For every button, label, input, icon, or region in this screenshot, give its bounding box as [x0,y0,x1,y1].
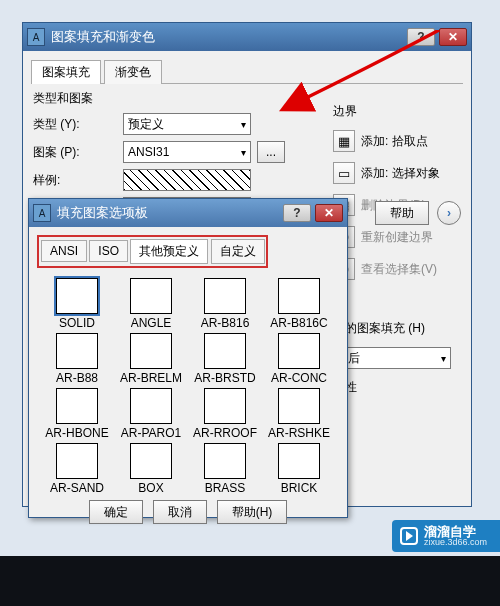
type-select-value: 预定义 [128,116,164,133]
draw-order-select[interactable]: 之后 ▾ [331,347,451,369]
tab-gradient[interactable]: 渐变色 [104,60,162,84]
opt-recreate-label: 重新创建边界 [361,229,433,246]
opt-recreate-boundary: ↻ 重新创建边界 [333,226,483,248]
tab-iso[interactable]: ISO [89,240,128,262]
boundary-section: 边界 ▦ 添加: 拾取点 ▭ 添加: 选择对象 ▨ 删除边界(D) ↻ 重新创建… [333,101,483,406]
pattern-thumb [56,388,98,424]
pattern-name: AR-B816C [270,316,327,327]
chevron-down-icon: ▾ [241,119,246,130]
pattern-thumb [278,333,320,369]
pattern-thumb [130,443,172,479]
pattern-select[interactable]: ANSI31 ▾ [123,141,251,163]
app-icon: A [27,28,45,46]
tab-ansi[interactable]: ANSI [41,240,87,262]
opt-pick-points[interactable]: ▦ 添加: 拾取点 [333,130,483,152]
app-background-bar [0,556,500,606]
cancel-button[interactable]: 取消 [153,500,207,524]
pattern-name: ANGLE [131,316,172,327]
watermark-site: zixue.3d66.com [424,538,487,547]
app-icon: A [33,204,51,222]
sample-swatch[interactable] [123,169,251,191]
pattern-item[interactable]: AR-BRSTD [190,333,260,382]
pattern-thumb [278,443,320,479]
boundary-title: 边界 [333,103,483,120]
label-type: 类型 (Y): [33,116,123,133]
pattern-thumb [204,333,246,369]
expand-button[interactable]: › [437,201,461,225]
pattern-thumb [204,388,246,424]
pattern-thumb [130,278,172,314]
pattern-name: AR-HBONE [45,426,108,437]
pattern-item[interactable]: BOX [116,443,186,492]
pattern-item[interactable]: AR-B816 [190,278,260,327]
pattern-thumb [130,333,172,369]
pattern-item[interactable]: AR-B88 [42,333,112,382]
palette-titlebar[interactable]: A 填充图案选项板 ? ✕ [29,199,347,227]
pattern-item[interactable]: AR-B816C [264,278,334,327]
pattern-item[interactable]: AR-SAND [42,443,112,492]
pattern-name: AR-B88 [56,371,98,382]
pattern-thumb [204,443,246,479]
palette-title: 填充图案选项板 [57,204,279,222]
pattern-name: AR-CONC [271,371,327,382]
pattern-item[interactable]: AR-PARQ1 [116,388,186,437]
tab-custom[interactable]: 自定义 [211,239,265,264]
pattern-item[interactable]: BRASS [190,443,260,492]
opt-select-objects[interactable]: ▭ 添加: 选择对象 [333,162,483,184]
pattern-item[interactable]: AR-RSHKE [264,388,334,437]
select-object-icon: ▭ [333,162,355,184]
label-pattern: 图案 (P): [33,144,123,161]
pattern-select-value: ANSI31 [128,145,169,159]
pattern-item[interactable]: ANGLE [116,278,186,327]
pattern-thumb [278,278,320,314]
pattern-item[interactable]: SOLID [42,278,112,327]
chevron-down-icon: ▾ [441,353,446,364]
hatch-palette-dialog: A 填充图案选项板 ? ✕ ANSI ISO 其他预定义 自定义 SOLIDAN… [28,198,348,518]
pattern-item[interactable]: AR-BRELM [116,333,186,382]
opt-view-selection: Q 查看选择集(V) [333,258,483,280]
pattern-thumb [278,388,320,424]
pattern-name: AR-RSHKE [268,426,330,437]
help-button[interactable]: ? [407,28,435,46]
opt-pick-label: 添加: 拾取点 [361,133,428,150]
palette-tabs: ANSI ISO 其他预定义 自定义 [37,235,268,268]
type-select[interactable]: 预定义 ▾ [123,113,251,135]
pattern-thumb [56,443,98,479]
help-button-main[interactable]: 帮助 [375,201,429,225]
pattern-name: BOX [138,481,163,492]
opt-select-label: 添加: 选择对象 [361,165,440,182]
pattern-name: AR-RROOF [193,426,257,437]
pattern-name: SOLID [59,316,95,327]
pattern-name: AR-BRSTD [194,371,255,382]
inherit-props[interactable]: 特性 [333,379,483,396]
tab-hatch[interactable]: 图案填充 [31,60,101,84]
pattern-browse-button[interactable]: ... [257,141,285,163]
main-title: 图案填充和渐变色 [51,28,403,46]
pattern-grid: SOLIDANGLEAR-B816AR-B816CAR-B88AR-BRELMA… [37,278,339,492]
pattern-name: BRASS [205,481,246,492]
pattern-thumb [204,278,246,314]
palette-help-btn[interactable]: 帮助(H) [217,500,288,524]
tab-other-predef[interactable]: 其他预定义 [130,239,208,264]
pattern-item[interactable]: AR-HBONE [42,388,112,437]
pattern-name: AR-B816 [201,316,250,327]
pattern-item[interactable]: AR-CONC [264,333,334,382]
pattern-thumb [56,333,98,369]
play-icon [400,527,418,545]
watermark-badge: 溜溜自学 zixue.3d66.com [392,520,500,552]
main-titlebar[interactable]: A 图案填充和渐变色 ? ✕ [23,23,471,51]
pattern-item[interactable]: AR-RROOF [190,388,260,437]
palette-close-button[interactable]: ✕ [315,204,343,222]
pattern-item[interactable]: BRICK [264,443,334,492]
pattern-thumb [130,388,172,424]
pattern-name: AR-PARQ1 [121,426,181,437]
chevron-down-icon: ▾ [241,147,246,158]
palette-bottom-bar: 确定 取消 帮助(H) [37,500,339,524]
island-hatch-row: 位的图案填充 (H) [333,320,483,337]
close-button[interactable]: ✕ [439,28,467,46]
palette-help-button[interactable]: ? [283,204,311,222]
pattern-name: BRICK [281,481,318,492]
label-sample: 样例: [33,172,123,189]
pattern-thumb [56,278,98,314]
ok-button[interactable]: 确定 [89,500,143,524]
